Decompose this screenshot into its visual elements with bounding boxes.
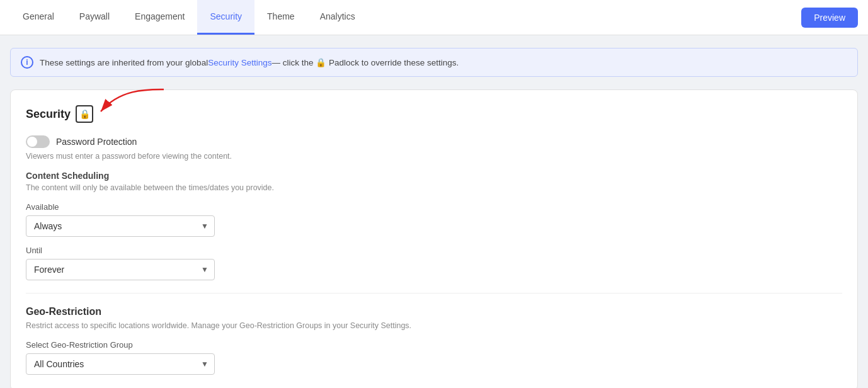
available-select[interactable]: Always Custom: [26, 215, 215, 237]
geo-select-wrapper: All Countries Custom Group ▼: [26, 353, 215, 375]
geo-restriction-select[interactable]: All Countries Custom Group: [26, 353, 215, 375]
geo-select-label: Select Geo-Restriction Group: [26, 340, 842, 350]
section-divider: [26, 293, 842, 294]
until-label: Until: [26, 246, 842, 255]
info-icon: i: [21, 56, 33, 69]
tab-security[interactable]: Security: [197, 0, 254, 35]
content-scheduling-hint: The content will only be available betwe…: [26, 183, 842, 192]
available-label: Available: [26, 202, 842, 212]
until-select[interactable]: Forever Custom: [26, 259, 215, 280]
password-protection-hint: Viewers must enter a password before vie…: [26, 152, 842, 161]
banner-padlock: 🔒: [316, 58, 326, 67]
tab-general[interactable]: General: [10, 0, 67, 35]
tab-engagement[interactable]: Engagement: [122, 0, 197, 35]
tab-bar: General Paywall Engagement Security Them…: [0, 0, 868, 35]
security-settings-link[interactable]: Security Settings: [208, 58, 271, 67]
geo-restriction-hint: Restrict access to specific locations wo…: [26, 321, 842, 330]
tab-analytics[interactable]: Analytics: [307, 0, 368, 35]
main-content: i These settings are inherited from your…: [0, 35, 868, 388]
tabs: General Paywall Engagement Security Them…: [10, 0, 368, 35]
tab-paywall[interactable]: Paywall: [67, 0, 122, 35]
red-arrow-annotation: [94, 86, 170, 118]
padlock-wrapper: 🔒: [76, 105, 93, 123]
password-protection-row: Password Protection: [26, 135, 842, 148]
security-card: Security 🔒 Password Protection Viewers: [10, 89, 858, 388]
padlock-button[interactable]: 🔒: [76, 105, 93, 123]
password-protection-toggle[interactable]: [26, 135, 50, 148]
geo-restriction-title: Geo-Restriction: [26, 306, 842, 317]
banner-text: These settings are inherited from your g…: [40, 57, 459, 67]
info-banner: i These settings are inherited from your…: [10, 48, 858, 77]
content-scheduling-title: Content Scheduling: [26, 171, 842, 181]
until-select-wrapper: Forever Custom ▼: [26, 259, 215, 280]
available-select-wrapper: Always Custom ▼: [26, 215, 215, 237]
tab-theme[interactable]: Theme: [254, 0, 307, 35]
password-protection-label: Password Protection: [56, 137, 137, 147]
preview-button[interactable]: Preview: [801, 8, 858, 28]
section-title: Security 🔒: [26, 105, 842, 123]
